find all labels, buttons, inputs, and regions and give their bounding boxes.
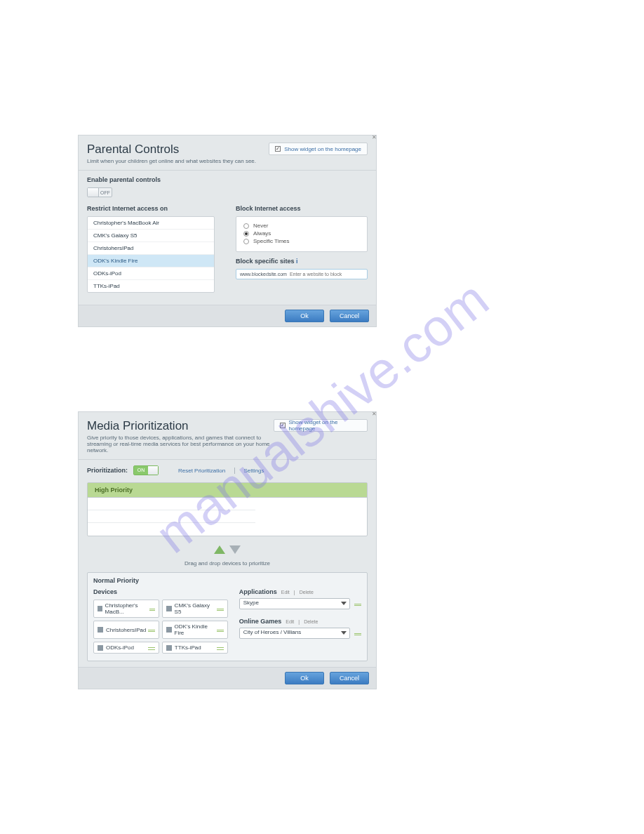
device-chip[interactable]: ODK's Kindle Fire (162, 621, 228, 639)
application-select[interactable]: Skype (239, 598, 350, 609)
media-prioritization-panel: ✕ Media Prioritization Give priority to … (78, 411, 377, 689)
close-icon[interactable]: ✕ (370, 411, 377, 418)
device-list: Christopher's MacBook Air CMK's Galaxy S… (87, 216, 215, 293)
toggle-state-text: ON (134, 466, 148, 475)
pipe-separator: | (298, 619, 300, 624)
device-item-selected[interactable]: ODK's Kindle Fire (88, 255, 214, 267)
drag-handle-icon[interactable] (217, 607, 224, 611)
device-item[interactable]: ChristohersIPad (88, 242, 214, 255)
blocked-site-chip[interactable]: www.blockedsite.com (240, 272, 287, 277)
cancel-button[interactable]: Cancel (330, 672, 369, 684)
priority-slot[interactable] (88, 498, 255, 510)
block-sites-label: Block specific sites (236, 258, 295, 265)
device-chip[interactable]: CMK's Galaxy S5 (162, 600, 228, 618)
enable-parental-label: Enable parental controls (87, 176, 368, 183)
prioritization-toggle[interactable]: ON (133, 465, 159, 475)
application-selected-value: Skype (243, 600, 259, 606)
page-subtitle: Limit when your children get online and … (87, 158, 256, 164)
normal-priority-zone: Normal Priority Devices Christopher's Ma… (87, 572, 368, 661)
device-item[interactable]: Christopher's MacBook Air (88, 217, 214, 230)
device-icon (166, 606, 172, 611)
close-icon[interactable]: ✕ (370, 134, 377, 141)
radio-icon (243, 223, 249, 229)
priority-slot[interactable] (88, 510, 255, 523)
radio-never[interactable]: Never (243, 223, 360, 229)
pipe-separator: | (234, 467, 235, 474)
chevron-down-icon (341, 602, 347, 605)
device-icon (166, 645, 172, 651)
device-chip[interactable]: ODKs-iPod (93, 642, 159, 654)
ok-button[interactable]: Ok (285, 672, 324, 684)
device-name: ODKs-iPod (106, 644, 134, 651)
toggle-knob (88, 188, 99, 197)
cancel-button[interactable]: Cancel (330, 310, 369, 322)
reset-prioritization-link[interactable]: Reset Prioritization (178, 468, 225, 474)
device-name: TTKs-iPad (175, 644, 201, 651)
device-icon (98, 645, 103, 651)
device-chip[interactable]: TTKs-iPad (162, 642, 228, 654)
device-item[interactable]: ODKs-iPod (88, 267, 214, 280)
drag-handle-icon[interactable] (149, 607, 155, 611)
show-widget-checkbox[interactable]: ✓ Show widget on the homepage (269, 143, 368, 155)
games-edit-link[interactable]: Edit (286, 619, 294, 624)
radio-icon (243, 231, 249, 237)
drag-handle-icon[interactable] (217, 646, 224, 650)
applications-heading: Applications (239, 588, 277, 595)
page-title: Media Prioritization (87, 419, 274, 433)
parental-toggle[interactable]: OFF (87, 187, 112, 197)
apps-delete-link[interactable]: Delete (300, 590, 314, 595)
online-games-heading: Online Games (239, 618, 282, 625)
arrow-down-icon (229, 545, 241, 554)
drag-handle-icon[interactable] (354, 631, 361, 635)
toggle-state-text: OFF (99, 190, 112, 195)
drag-handle-icon[interactable] (148, 628, 155, 632)
page-title: Parental Controls (87, 143, 256, 157)
priority-slot[interactable] (88, 523, 255, 536)
panel-header: Media Prioritization Give priority to th… (79, 412, 376, 459)
radio-label: Never (253, 223, 268, 229)
drag-handle-icon[interactable] (354, 602, 361, 606)
device-name: Christopher's MacB... (105, 602, 149, 615)
check-icon: ✓ (280, 423, 286, 428)
drag-handle-icon[interactable] (217, 628, 224, 632)
device-icon (98, 606, 102, 611)
block-radio-group: Never Always Specific Times (236, 216, 368, 252)
game-select[interactable]: City of Heroes / Villians (239, 628, 350, 639)
panel-header: Parental Controls Limit when your childr… (79, 135, 376, 170)
high-priority-zone[interactable]: High Priority (87, 482, 368, 536)
device-name: CMK's Galaxy S5 (175, 602, 217, 615)
normal-priority-header: Normal Priority (93, 577, 361, 584)
devices-grid: Christopher's MacB... CMK's Galaxy S5 Ch… (93, 600, 228, 654)
drag-hint-text: Drag and drop devices to prioritize (87, 560, 368, 567)
block-sites-field: www.blockedsite.com (236, 269, 368, 279)
device-chip[interactable]: Christopher's MacB... (93, 600, 159, 618)
check-icon: ✓ (275, 146, 281, 152)
drag-handle-icon[interactable] (148, 646, 155, 650)
toggle-knob (148, 466, 158, 475)
device-chip[interactable]: ChristohersIPad (93, 621, 159, 639)
game-selected-value: City of Heroes / Villians (243, 629, 302, 635)
priority-slot-large[interactable] (255, 498, 367, 536)
prioritization-label: Prioritization: (87, 467, 128, 474)
device-item[interactable]: TTKs-iPad (88, 280, 214, 292)
radio-always[interactable]: Always (243, 230, 360, 237)
games-delete-link[interactable]: Delete (304, 619, 318, 624)
radio-specific-times[interactable]: Specific Times (243, 238, 360, 244)
high-priority-header: High Priority (88, 483, 367, 498)
show-widget-checkbox[interactable]: ✓ Show widget on the homepage (274, 419, 368, 432)
settings-link[interactable]: Settings (243, 468, 264, 474)
parental-controls-panel: ✕ Parental Controls Limit when your chil… (78, 135, 377, 327)
ok-button[interactable]: Ok (285, 310, 324, 322)
device-icon (166, 627, 172, 633)
panel-footer: Ok Cancel (79, 667, 376, 689)
apps-edit-link[interactable]: Edit (281, 590, 290, 595)
device-icon (98, 627, 103, 633)
chevron-down-icon (341, 631, 347, 635)
block-site-input[interactable] (290, 272, 363, 277)
pipe-separator: | (294, 590, 295, 595)
info-icon[interactable]: i (296, 258, 298, 265)
page-subtitle: Give priority to those devices, applicat… (87, 435, 274, 454)
show-widget-label: Show widget on the homepage (289, 419, 362, 432)
device-item[interactable]: CMK's Galaxy S5 (88, 230, 214, 242)
device-name: ODK's Kindle Fire (175, 623, 217, 636)
